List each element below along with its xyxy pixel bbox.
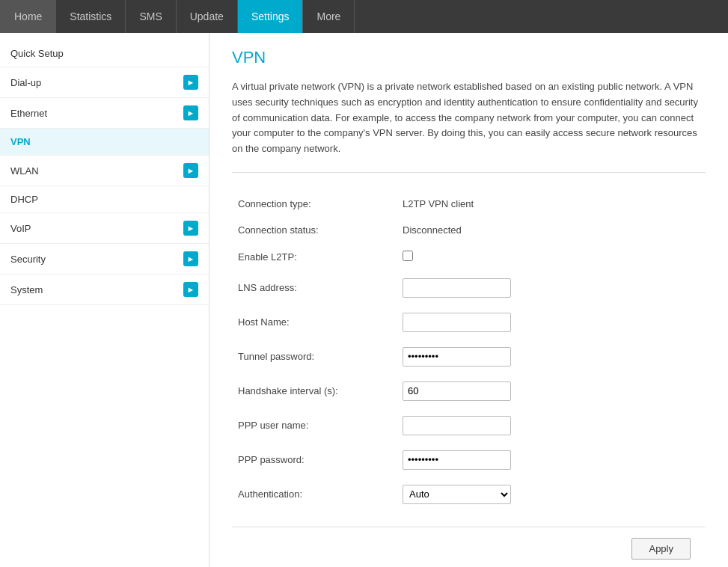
nav-statistics[interactable]: Statistics <box>56 0 126 33</box>
authentication-row: Authentication: Auto PAP CHAP MS-CHAP MS… <box>232 477 706 512</box>
main-layout: Quick Setup Dial-up ► Ethernet ► VPN WLA… <box>0 33 728 567</box>
vpn-form: Connection type: L2TP VPN client Connect… <box>232 191 706 512</box>
sidebar-label-vpn: VPN <box>10 136 31 147</box>
enable-l2tp-checkbox[interactable] <box>403 251 413 261</box>
nav-sms[interactable]: SMS <box>126 0 176 33</box>
ppp-password-input[interactable] <box>403 450 511 470</box>
bottom-bar: Apply <box>232 527 706 567</box>
connection-status-value: Disconnected <box>403 224 462 236</box>
nav-settings[interactable]: Settings <box>238 0 304 33</box>
tunnel-password-label: Tunnel password: <box>232 340 397 374</box>
sidebar-label-system: System <box>10 284 43 295</box>
lns-address-row: LNS address: <box>232 271 706 305</box>
sidebar-item-dial-up[interactable]: Dial-up ► <box>0 67 209 98</box>
tunnel-password-row: Tunnel password: <box>232 340 706 374</box>
authentication-label: Authentication: <box>232 477 397 512</box>
sidebar-item-vpn[interactable]: VPN <box>0 129 209 156</box>
sidebar-label-quick-setup: Quick Setup <box>10 48 64 59</box>
sidebar-item-system[interactable]: System ► <box>0 275 209 305</box>
host-name-label: Host Name: <box>232 305 397 340</box>
host-name-row: Host Name: <box>232 305 706 340</box>
arrow-icon-wlan: ► <box>183 163 198 178</box>
connection-type-row: Connection type: L2TP VPN client <box>232 191 706 217</box>
arrow-icon-ethernet: ► <box>183 105 198 120</box>
sidebar-item-quick-setup[interactable]: Quick Setup <box>0 40 209 67</box>
sidebar-label-voip: VoIP <box>10 223 31 234</box>
main-content: VPN A virtual private network (VPN) is a… <box>209 33 728 567</box>
page-description: A virtual private network (VPN) is a pri… <box>232 79 706 173</box>
ppp-user-name-input[interactable] <box>403 416 511 435</box>
authentication-select[interactable]: Auto PAP CHAP MS-CHAP MS-CHAPv2 <box>403 485 511 504</box>
handshake-interval-label: Handshake interval (s): <box>232 374 397 408</box>
sidebar-item-security[interactable]: Security ► <box>0 244 209 275</box>
sidebar-label-ethernet: Ethernet <box>10 108 47 119</box>
host-name-input[interactable] <box>403 313 511 332</box>
enable-l2tp-row: Enable L2TP: <box>232 243 706 271</box>
top-nav: Home Statistics SMS Update Settings More <box>0 0 728 33</box>
apply-button[interactable]: Apply <box>631 538 691 560</box>
sidebar-label-dhcp: DHCP <box>10 194 38 205</box>
handshake-interval-row: Handshake interval (s): <box>232 374 706 408</box>
tunnel-password-input[interactable] <box>403 347 511 367</box>
page-title: VPN <box>232 48 706 67</box>
connection-status-row: Connection status: Disconnected <box>232 217 706 243</box>
connection-type-label: Connection type: <box>232 191 397 217</box>
nav-more[interactable]: More <box>303 0 355 33</box>
nav-home[interactable]: Home <box>0 0 56 33</box>
sidebar: Quick Setup Dial-up ► Ethernet ► VPN WLA… <box>0 33 209 567</box>
sidebar-item-voip[interactable]: VoIP ► <box>0 213 209 244</box>
handshake-interval-input[interactable] <box>403 381 511 401</box>
ppp-password-row: PPP password: <box>232 443 706 477</box>
sidebar-label-security: Security <box>10 254 46 265</box>
arrow-icon-voip: ► <box>183 221 198 236</box>
ppp-user-name-row: PPP user name: <box>232 408 706 443</box>
sidebar-item-wlan[interactable]: WLAN ► <box>0 156 209 186</box>
nav-update[interactable]: Update <box>177 0 238 33</box>
sidebar-item-dhcp[interactable]: DHCP <box>0 186 209 213</box>
connection-status-label: Connection status: <box>232 217 397 243</box>
sidebar-label-wlan: WLAN <box>10 165 39 177</box>
sidebar-label-dial-up: Dial-up <box>10 77 41 88</box>
sidebar-item-ethernet[interactable]: Ethernet ► <box>0 98 209 129</box>
enable-l2tp-label: Enable L2TP: <box>232 243 397 271</box>
lns-address-label: LNS address: <box>232 271 397 305</box>
arrow-icon-security: ► <box>183 251 198 266</box>
arrow-icon-dial-up: ► <box>183 75 198 90</box>
lns-address-input[interactable] <box>403 278 511 298</box>
ppp-user-name-label: PPP user name: <box>232 408 397 443</box>
connection-type-value: L2TP VPN client <box>403 198 474 209</box>
arrow-icon-system: ► <box>183 282 198 297</box>
ppp-password-label: PPP password: <box>232 443 397 477</box>
